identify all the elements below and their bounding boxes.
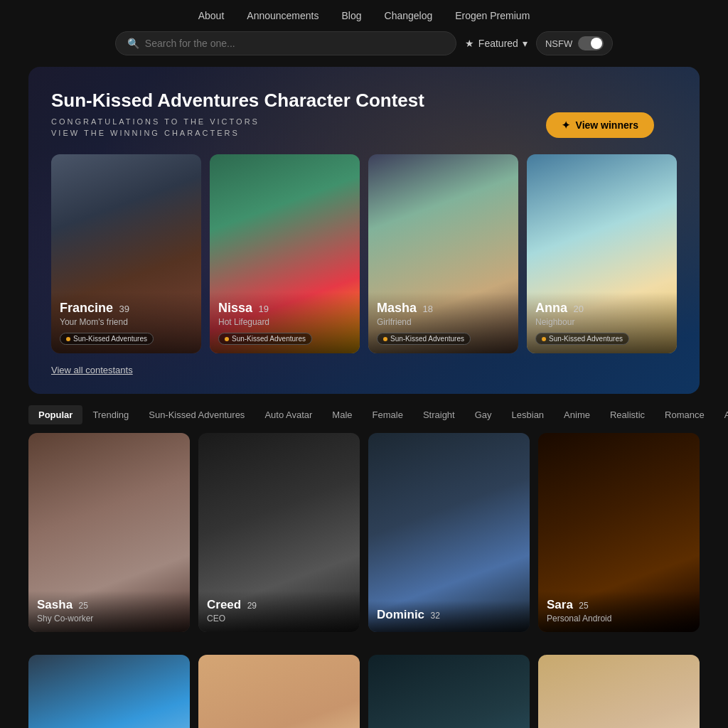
filter-tab-male[interactable]: Male [322, 405, 362, 424]
masha-name-row: Masha 18 [377, 301, 510, 316]
nav-announcements[interactable]: Announcements [247, 10, 318, 21]
nissa-overlay: Nissa 19 Hot Lifeguard Sun-Kissed Advent… [210, 292, 360, 354]
toggle-knob [591, 38, 602, 49]
search-box: 🔍 [115, 31, 456, 55]
chevron-down-icon: ▾ [523, 38, 528, 49]
char-card-creed[interactable]: Creed 29 CEO [198, 433, 360, 632]
anna-tag: Sun-Kissed Adventures [535, 333, 629, 345]
popular-card-grid-2 [0, 655, 728, 728]
nsfw-label: NSFW [545, 38, 572, 49]
filter-tab-popular[interactable]: Popular [28, 405, 82, 424]
banner-card-francine[interactable]: Francine 39 Your Mom's friend Sun-Kissed… [51, 154, 201, 353]
contest-banner: Sun-Kissed Adventures Character Contest … [28, 67, 700, 394]
filter-tab-straight[interactable]: Straight [413, 405, 465, 424]
filter-tab-lesbian[interactable]: Lesbian [502, 405, 555, 424]
char-card-sara[interactable]: Sara 25 Personal Android [538, 433, 700, 632]
filter-tab-female[interactable]: Female [363, 405, 413, 424]
filter-tab-anime[interactable]: Anime [554, 405, 600, 424]
masha-overlay: Masha 18 Girlfriend Sun-Kissed Adventure… [368, 292, 518, 354]
char-card-sasha[interactable]: Sasha 25 Shy Co-worker [28, 433, 190, 632]
char-card-5[interactable] [28, 655, 190, 728]
popular-card-grid: Sasha 25 Shy Co-worker Creed 29 CEO Domi… [0, 433, 728, 646]
tag-dot [542, 337, 546, 341]
sara-name-row: Sara 25 [547, 598, 691, 612]
star-icon: ★ [465, 38, 474, 49]
view-winners-label: View winners [576, 119, 638, 131]
banner-card-nissa[interactable]: Nissa 19 Hot Lifeguard Sun-Kissed Advent… [210, 154, 360, 353]
nissa-name-row: Nissa 19 [218, 301, 351, 316]
banner-content: Sun-Kissed Adventures Character Contest … [51, 90, 677, 375]
featured-button[interactable]: ★ Featured ▾ [465, 38, 528, 49]
filter-tabs: Popular Trending Sun-Kissed Adventures A… [0, 394, 728, 433]
francine-name-row: Francine 39 [60, 301, 193, 316]
char-card-6[interactable] [198, 655, 360, 728]
filter-tab-auto-avatar[interactable]: Auto Avatar [255, 405, 322, 424]
view-contestants-link[interactable]: View all contestants [51, 365, 677, 375]
masha-tag: Sun-Kissed Adventures [377, 333, 471, 345]
search-input[interactable] [145, 38, 444, 49]
banner-title: Sun-Kissed Adventures Character Contest [51, 90, 677, 112]
nav-about[interactable]: About [198, 10, 225, 21]
nsfw-toggle-pill[interactable] [578, 36, 604, 50]
nav-blog[interactable]: Blog [341, 10, 361, 21]
anna-name-row: Anna 20 [535, 301, 668, 316]
main-nav: About Announcements Blog Changelog Eroge… [0, 0, 728, 31]
sasha-overlay: Sasha 25 Shy Co-worker [28, 591, 190, 632]
char-card-8[interactable] [538, 655, 700, 728]
featured-label: Featured [478, 38, 518, 49]
banner-card-anna[interactable]: Anna 20 Neighbour Sun-Kissed Adventures [527, 154, 677, 353]
francine-overlay: Francine 39 Your Mom's friend Sun-Kissed… [51, 292, 201, 354]
nav-changelog[interactable]: Changelog [385, 10, 433, 21]
filter-tab-action[interactable]: Action [714, 405, 728, 424]
search-row: 🔍 ★ Featured ▾ NSFW [0, 31, 728, 67]
nav-erogen-premium[interactable]: Erogen Premium [455, 10, 530, 21]
francine-tag: Sun-Kissed Adventures [60, 333, 154, 345]
sasha-name-row: Sasha 25 [37, 598, 181, 612]
banner-cards: Francine 39 Your Mom's friend Sun-Kissed… [51, 154, 677, 353]
tag-dot [225, 337, 229, 341]
search-icon: 🔍 [127, 38, 139, 49]
char-card-7[interactable] [368, 655, 530, 728]
anna-overlay: Anna 20 Neighbour Sun-Kissed Adventures [527, 292, 677, 354]
filter-tab-realistic[interactable]: Realistic [600, 405, 655, 424]
filter-tab-romance[interactable]: Romance [655, 405, 714, 424]
filter-tab-sun-kissed[interactable]: Sun-Kissed Adventures [139, 405, 255, 424]
dominic-name-row: Dominic 32 [377, 608, 521, 622]
char-card-dominic[interactable]: Dominic 32 [368, 433, 530, 632]
tag-dot [383, 337, 387, 341]
creed-overlay: Creed 29 CEO [198, 591, 360, 632]
filter-tab-gay[interactable]: Gay [465, 405, 502, 424]
nsfw-toggle[interactable]: NSFW [536, 31, 613, 55]
dominic-overlay: Dominic 32 [368, 601, 530, 632]
sun-icon: ✦ [562, 119, 570, 131]
creed-name-row: Creed 29 [207, 598, 351, 612]
banner-card-masha[interactable]: Masha 18 Girlfriend Sun-Kissed Adventure… [368, 154, 518, 353]
nissa-tag: Sun-Kissed Adventures [218, 333, 312, 345]
tag-dot [66, 337, 70, 341]
sara-overlay: Sara 25 Personal Android [538, 591, 700, 632]
filter-tab-trending[interactable]: Trending [82, 405, 139, 424]
view-winners-button[interactable]: ✦ View winners [546, 112, 654, 138]
